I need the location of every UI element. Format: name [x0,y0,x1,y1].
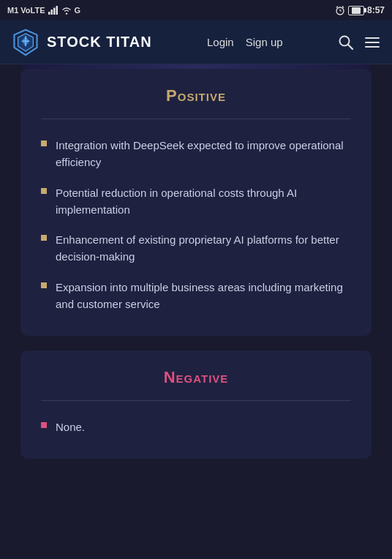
svg-rect-0 [48,12,50,15]
search-icon [338,34,354,50]
bullet-square-icon [41,188,47,194]
menu-button[interactable] [364,34,380,50]
svg-line-14 [348,45,353,49]
negative-bullet-list: None. [41,419,351,435]
svg-line-8 [342,7,344,8]
signup-link[interactable]: Sign up [246,36,283,48]
svg-rect-3 [56,6,58,15]
positive-item-2: Potential reduction in operational costs… [56,184,351,219]
negative-item-1: None. [56,419,85,435]
alarm-icon [335,5,345,15]
bullet-square-icon [41,422,47,428]
search-button[interactable] [338,34,354,50]
status-right: 8:57 [335,5,385,15]
navbar: STOCK TITAN Login Sign up [0,20,392,64]
bullet-square-icon [41,235,47,241]
status-bar: M1 VoLTE G 8:57 [0,0,392,20]
svg-rect-1 [50,10,53,15]
positive-item-4: Expansion into multiple business areas i… [56,279,351,313]
list-item: Expansion into multiple business areas i… [41,279,351,313]
login-link[interactable]: Login [207,36,234,48]
logo-text: STOCK TITAN [47,34,152,50]
bullet-square-icon [41,140,47,146]
positive-item-1: Integration with DeepSeek expected to im… [56,137,351,171]
status-left: M1 VoLTE G [7,6,80,15]
negative-divider [41,400,351,401]
negative-section-card: Negative None. [20,350,372,459]
bullet-square-icon [41,282,47,288]
list-item: Integration with DeepSeek expected to im… [41,137,351,171]
positive-bullet-list: Integration with DeepSeek expected to im… [41,137,351,312]
positive-section-card: Positive Integration with DeepSeek expec… [20,69,372,336]
logo-container[interactable]: STOCK TITAN [12,29,152,56]
nav-links: Login Sign up [207,36,283,48]
svg-rect-2 [53,8,56,15]
positive-divider [41,119,351,119]
logo-icon [12,29,39,56]
signal-icon [48,6,59,15]
negative-section-title: Negative [41,368,351,387]
menu-icon [364,34,380,50]
wifi-icon [61,6,72,15]
list-item: Enhancement of existing proprietary AI p… [41,231,351,266]
network-g-label: G [75,6,81,15]
carrier-label: M1 VoLTE [7,6,45,15]
battery-icon [348,6,364,15]
svg-line-7 [336,7,338,8]
time-display: 8:57 [367,5,385,15]
nav-icons [338,34,380,50]
positive-section-title: Positive [41,86,351,105]
list-item: None. [41,419,351,435]
content-area: Positive Integration with DeepSeek expec… [0,69,392,459]
positive-item-3: Enhancement of existing proprietary AI p… [56,231,351,266]
list-item: Potential reduction in operational costs… [41,184,351,219]
